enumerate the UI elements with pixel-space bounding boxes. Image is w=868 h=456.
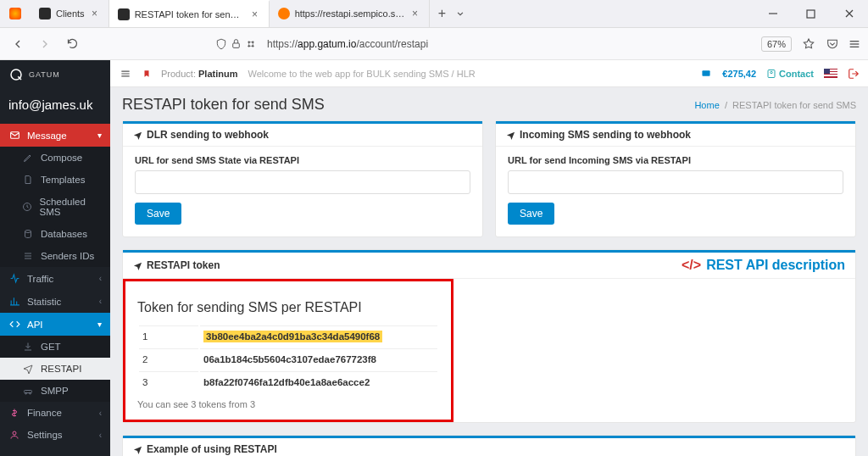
- logo-icon: [8, 67, 24, 82]
- download-icon: [22, 342, 34, 352]
- file-icon: [22, 175, 34, 185]
- reload-button[interactable]: [61, 33, 83, 55]
- plane-icon: [133, 445, 142, 454]
- chevron-left-icon: ‹: [99, 274, 102, 283]
- sidebar-item-get[interactable]: GET: [0, 336, 110, 358]
- plane-icon: [22, 364, 34, 374]
- shield-icon[interactable]: [215, 38, 227, 50]
- logo-text: GATUM: [29, 70, 60, 79]
- card-title: DLR sending to webhook: [147, 129, 269, 141]
- traffic-icon: [8, 273, 20, 284]
- url-prefix: https://: [267, 38, 298, 50]
- sidebar-item-scheduled[interactable]: Scheduled SMS: [0, 191, 110, 223]
- page-header: RESTAPI token for send SMS Home / RESTAP…: [110, 87, 868, 120]
- minimize-button[interactable]: [754, 0, 792, 28]
- token-value: 3b80ee4ba2a4c0d91ba3c34da5490f68: [203, 331, 382, 342]
- page-title: RESTAPI token for send SMS: [122, 96, 325, 114]
- sidebar-item-senders[interactable]: Senders IDs: [0, 245, 110, 267]
- balance-amount[interactable]: €275,42: [722, 69, 756, 79]
- logout-icon[interactable]: [848, 68, 860, 80]
- sidebar-item-api[interactable]: API ▾: [0, 313, 110, 336]
- chevron-left-icon: ‹: [99, 409, 102, 418]
- car-icon: [22, 386, 34, 396]
- address-bar: https://app.gatum.io/account/restapi 67%: [0, 28, 868, 60]
- sidebar-item-label: Templates: [41, 175, 85, 185]
- code-icon: [8, 319, 20, 330]
- sidebar-item-compose[interactable]: Compose: [0, 147, 110, 169]
- contact-link[interactable]: Contact: [766, 69, 814, 79]
- card-icon: [700, 69, 712, 78]
- sidebar-item-finance[interactable]: Finance ‹: [0, 402, 110, 424]
- save-button[interactable]: Save: [135, 203, 181, 225]
- token-section-title: Token for sending SMS per RESTAPI: [137, 300, 439, 315]
- breadcrumb-home[interactable]: Home: [694, 100, 719, 110]
- sidebar-item-traffic[interactable]: Traffic ‹: [0, 267, 110, 290]
- token-value: 06a1b184c5b5604c3107edae767723f8: [200, 348, 437, 370]
- api-description-link[interactable]: </> REST API description: [682, 258, 845, 273]
- forward-button[interactable]: [34, 33, 56, 55]
- example-card: Example of using RESTAPI URL https://res…: [122, 435, 856, 456]
- card-title: Example of using RESTAPI: [147, 443, 277, 455]
- bookmark-star-icon[interactable]: [802, 37, 815, 51]
- code-icon: </>: [682, 258, 701, 273]
- envelope-icon: [8, 130, 20, 141]
- maximize-button[interactable]: [792, 0, 830, 28]
- table-row: 13b80ee4ba2a4c0d91ba3c34da5490f68: [139, 325, 437, 347]
- table-row: 3b8fa22f0746fa12dfb40e1a8ae6acce2: [139, 371, 437, 392]
- field-label: URL for send Incoming SMS via RESTAPI: [508, 155, 843, 165]
- permissions-icon[interactable]: [245, 38, 257, 50]
- save-button[interactable]: Save: [508, 203, 554, 225]
- tab-clients[interactable]: Clients ×: [31, 0, 109, 27]
- svg-rect-1: [807, 10, 815, 18]
- sidebar-item-message[interactable]: Message ▾: [0, 124, 110, 147]
- app-menu-icon[interactable]: [848, 37, 861, 51]
- tab-favicon: [39, 8, 51, 19]
- plane-icon: [506, 131, 515, 140]
- pocket-icon[interactable]: [826, 37, 839, 51]
- tabs-overflow-button[interactable]: [454, 8, 466, 19]
- close-window-button[interactable]: [830, 0, 868, 28]
- close-icon[interactable]: ×: [90, 8, 100, 19]
- breadcrumb-current: RESTAPI token for send SMS: [732, 100, 856, 110]
- dlr-card: DLR sending to webhook URL for send SMS …: [122, 120, 483, 237]
- list-icon: [22, 251, 34, 261]
- back-button[interactable]: [7, 33, 29, 55]
- sidebar-item-databases[interactable]: Databases: [0, 223, 110, 245]
- database-icon: [22, 229, 34, 239]
- pencil-icon: [22, 153, 34, 163]
- svg-rect-2: [233, 43, 240, 47]
- sidebar-item-restapi[interactable]: RESTAPI: [0, 358, 110, 380]
- tab-restapi-token[interactable]: RESTAPI token for send SMS ×: [109, 0, 270, 27]
- tab-sempico[interactable]: https://restapi.sempico.solution ×: [270, 0, 430, 27]
- sidebar-item-label: SMPP: [41, 386, 69, 396]
- chart-icon: [8, 296, 20, 307]
- url-input[interactable]: https://app.gatum.io/account/restapi: [262, 38, 756, 50]
- window-controls: [754, 0, 868, 28]
- contact-icon: [766, 69, 776, 79]
- hamburger-icon[interactable]: [119, 68, 132, 80]
- zoom-badge[interactable]: 67%: [761, 36, 792, 52]
- chevron-left-icon: ‹: [99, 431, 102, 440]
- svg-point-18: [13, 431, 16, 435]
- close-icon[interactable]: ×: [250, 9, 260, 19]
- sidebar-item-label: GET: [41, 342, 61, 352]
- sidebar-item-settings[interactable]: Settings ‹: [0, 424, 110, 446]
- flag-icon[interactable]: [824, 69, 837, 78]
- main-content: Product: Platinum Welcome to the web app…: [110, 60, 868, 456]
- close-icon[interactable]: ×: [410, 8, 420, 19]
- topbar: Product: Platinum Welcome to the web app…: [110, 60, 868, 87]
- incoming-url-input[interactable]: [508, 170, 843, 194]
- token-count-note: You can see 3 tokens from 3: [125, 394, 451, 414]
- clock-icon: [22, 202, 32, 212]
- sidebar-item-statistic[interactable]: Statistic ‹: [0, 290, 110, 313]
- dlr-url-input[interactable]: [135, 170, 470, 194]
- tab-title: RESTAPI token for send SMS: [135, 9, 245, 19]
- sidebar-item-templates[interactable]: Templates: [0, 169, 110, 191]
- logo: GATUM: [0, 60, 110, 89]
- bookmark-icon[interactable]: [142, 70, 151, 78]
- card-title: RESTAPI token: [147, 259, 220, 271]
- sidebar-item-label: Finance: [27, 408, 62, 418]
- lock-icon[interactable]: [231, 38, 242, 49]
- sidebar-item-smpp[interactable]: SMPP: [0, 380, 110, 402]
- new-tab-button[interactable]: +: [430, 6, 454, 21]
